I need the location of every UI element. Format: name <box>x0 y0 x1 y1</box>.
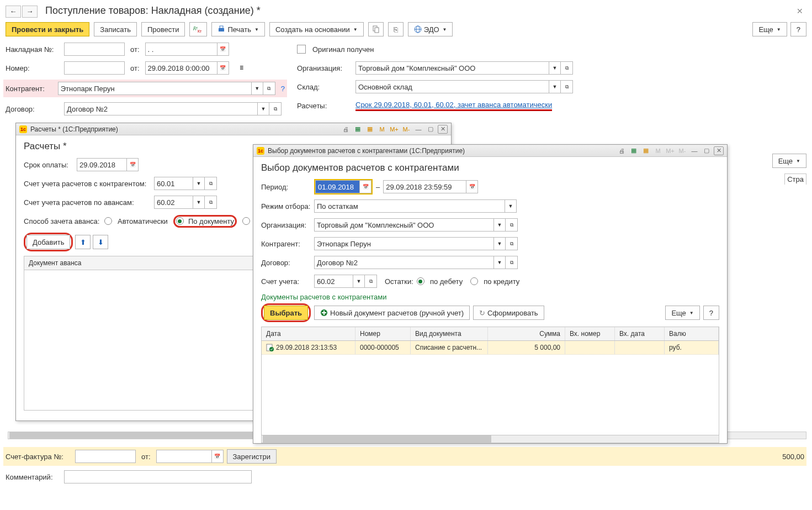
close-icon[interactable]: ✕ <box>797 7 803 15</box>
dropdown-button[interactable]: ▼ <box>193 177 205 190</box>
period-to-input[interactable]: 29.09.2018 23:59:59 <box>383 180 466 193</box>
table-row[interactable]: 29.09.2018 23:13:53 0000-000005 Списание… <box>262 341 719 355</box>
debit-credit-button[interactable]: ДтКт <box>189 22 207 36</box>
calendar-button[interactable]: 📅 <box>126 158 139 171</box>
post-close-button[interactable]: Провести и закрыть <box>6 22 89 36</box>
col-num[interactable]: Номер <box>355 327 411 340</box>
number-input[interactable] <box>64 61 125 75</box>
dropdown-button[interactable]: ▼ <box>493 256 506 269</box>
open-button[interactable]: ⧉ <box>263 82 275 95</box>
maximize-icon[interactable]: ▢ <box>702 146 712 155</box>
col-type[interactable]: Вид документа <box>411 327 488 340</box>
list-lines-icon[interactable]: ≣ <box>236 61 248 75</box>
calendar-button-3[interactable]: 📅 <box>211 450 224 463</box>
print-icon[interactable]: 🖨 <box>617 146 627 155</box>
mode-none-radio[interactable] <box>242 217 250 225</box>
add-button[interactable]: Добавить <box>26 235 70 249</box>
move-down-button[interactable]: ⬇ <box>93 235 108 249</box>
due-date-input[interactable]: 29.09.2018 <box>77 158 126 171</box>
calendar-button[interactable]: 📅 <box>466 180 478 193</box>
edo-button[interactable]: ЭДО▼ <box>408 22 453 36</box>
close-icon[interactable]: ✕ <box>714 146 724 155</box>
m-plus-icon[interactable]: M+ <box>665 146 675 155</box>
filter-input[interactable]: По остаткам <box>314 199 505 213</box>
m-icon[interactable]: M <box>377 125 387 134</box>
org-input[interactable]: Торговый дом "Комплексный" ООО <box>314 218 493 232</box>
contract-input[interactable]: Договор №2 <box>64 102 257 115</box>
calendar-green-icon[interactable]: ▦ <box>353 125 363 134</box>
calendar-orange-icon[interactable]: ▦ <box>641 146 651 155</box>
select-button[interactable]: Выбрать <box>264 306 308 320</box>
counter-input[interactable]: Этнопарк Перун <box>314 237 493 250</box>
table-more-button[interactable]: Еще▼ <box>772 154 806 168</box>
col-in-date[interactable]: Вх. дата <box>615 327 665 340</box>
balance-credit-radio[interactable] <box>470 277 478 285</box>
comment-input[interactable] <box>64 470 252 483</box>
m-plus-icon[interactable]: M+ <box>389 125 399 134</box>
dropdown-button[interactable]: ▼ <box>549 61 561 75</box>
counterparty-input[interactable]: Этнопарк Перун <box>58 82 251 95</box>
post-button[interactable]: Провести <box>141 22 185 36</box>
m-minus-icon[interactable]: M- <box>401 125 411 134</box>
col-curr[interactable]: Валю <box>665 327 719 340</box>
open-button[interactable]: ⧉ <box>205 196 217 209</box>
calendar-green-icon[interactable]: ▦ <box>629 146 639 155</box>
dropdown-button[interactable]: ▼ <box>493 237 506 250</box>
print-button[interactable]: Печать▼ <box>211 22 265 36</box>
open-button[interactable]: ⧉ <box>506 237 518 250</box>
m-icon[interactable]: M <box>653 146 663 155</box>
calendar-button-2[interactable]: 📅 <box>217 61 229 75</box>
dropdown-button[interactable]: ▼ <box>505 199 517 213</box>
nav-back-button[interactable]: ← <box>6 6 21 18</box>
dropdown-button[interactable]: ▼ <box>193 196 205 209</box>
original-received-checkbox[interactable] <box>297 45 306 54</box>
col-date[interactable]: Дата <box>262 327 355 340</box>
dialog-select-titlebar[interactable]: 1c Выбор документов расчетов с контраген… <box>253 145 727 157</box>
minimize-icon[interactable]: — <box>413 125 423 134</box>
dropdown-button[interactable]: ▼ <box>251 82 263 95</box>
dropdown-button[interactable]: ▼ <box>257 102 269 115</box>
sf-date-input[interactable] <box>156 450 211 463</box>
attach-button[interactable]: ⎘ <box>388 22 404 36</box>
acc-counter-input[interactable]: 60.01 <box>154 177 193 190</box>
help-link[interactable]: ? <box>281 85 285 93</box>
warehouse-input[interactable]: Основной склад <box>355 80 549 93</box>
more-button-2[interactable]: Еще▼ <box>665 306 699 320</box>
more-button[interactable]: Еще▼ <box>752 22 787 36</box>
register-button[interactable]: Зарегистри <box>227 449 277 464</box>
refresh-button[interactable]: ↻ Сформировать <box>473 306 544 320</box>
create-on-basis-button[interactable]: Создать на основании▼ <box>269 22 364 36</box>
doc-date-input[interactable]: 29.09.2018 0:00:00 <box>145 61 217 75</box>
open-button[interactable]: ⧉ <box>561 61 573 75</box>
mode-auto-radio[interactable] <box>104 217 112 225</box>
acc-input[interactable]: 60.02 <box>314 275 353 288</box>
calendar-button[interactable]: 📅 <box>217 43 229 56</box>
acc-advance-input[interactable]: 60.02 <box>154 196 193 209</box>
contract-input[interactable]: Договор №2 <box>314 256 493 269</box>
dropdown-button[interactable]: ▼ <box>353 275 365 288</box>
print-icon[interactable]: 🖨 <box>341 125 351 134</box>
help-button-2[interactable]: ? <box>703 306 719 320</box>
open-button[interactable]: ⧉ <box>269 102 282 115</box>
calendar-button[interactable]: 📅 <box>359 180 371 193</box>
calc-link[interactable]: Срок 29.09.2018, 60.01, 60.02, зачет ава… <box>355 101 552 111</box>
org-input[interactable]: Торговый дом "Комплексный" ООО <box>355 61 549 75</box>
nav-forward-button[interactable]: → <box>22 6 38 18</box>
col-sum[interactable]: Сумма <box>488 327 565 340</box>
help-button[interactable]: ? <box>790 22 806 36</box>
mode-doc-radio[interactable] <box>176 217 184 225</box>
open-button[interactable]: ⧉ <box>561 80 573 93</box>
invoice-no-input[interactable] <box>64 43 125 56</box>
dialog-calc-titlebar[interactable]: 1c Расчеты * (1С:Предприятие) 🖨 ▦ ▦ M M+… <box>16 123 451 135</box>
dropdown-button[interactable]: ▼ <box>549 80 561 93</box>
close-icon[interactable]: ✕ <box>438 125 448 134</box>
period-from-input[interactable]: 01.09.2018 <box>315 180 359 193</box>
files-button[interactable] <box>368 22 384 36</box>
open-button[interactable]: ⧉ <box>506 256 518 269</box>
save-button[interactable]: Записать <box>94 22 137 36</box>
balance-debit-radio[interactable] <box>417 277 424 285</box>
table-hscroll[interactable] <box>261 435 719 443</box>
minimize-icon[interactable]: — <box>689 146 699 155</box>
open-button[interactable]: ⧉ <box>365 275 377 288</box>
open-button[interactable]: ⧉ <box>205 177 217 190</box>
